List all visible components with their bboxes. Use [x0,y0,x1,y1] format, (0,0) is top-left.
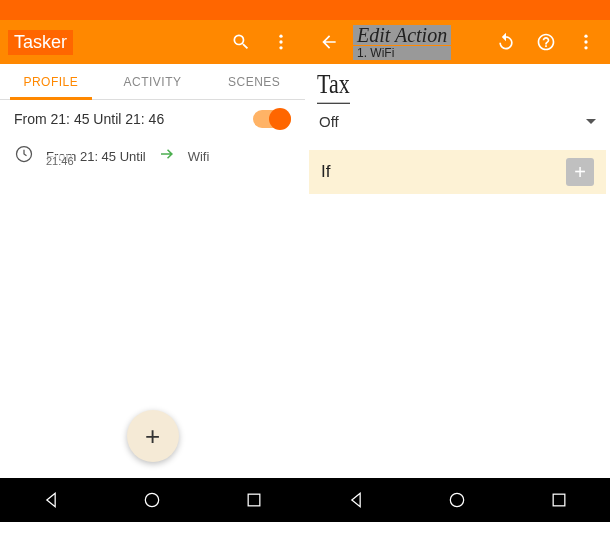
left-pane: Tasker PROFILE ACTIVITY SCENES From 21: … [0,20,305,478]
add-condition-button[interactable]: + [566,158,594,186]
if-condition-row: If + [309,150,606,194]
appbar-left: Tasker [0,20,305,64]
status-misc-icons: ▾ N G [37,5,73,15]
if-label: If [321,162,330,182]
svg-rect-10 [553,494,565,506]
svg-rect-8 [248,494,260,506]
badge2-icon: G [374,6,384,15]
svg-point-7 [146,493,159,506]
profile-detail-row[interactable]: From 21: 45 Until 21:46 Wifi [0,138,305,174]
screen-subtitle: 1. WiFi [353,46,451,60]
status-end-right: ▢ 📳 ◥ ◢ 53% 22:13 [493,4,606,16]
status-left: WIND ▾ N G ▢ 📳 ◥ ◢ 53% ▬ 22:13 [0,0,305,20]
svg-point-9 [451,493,464,506]
carrier-label: WIND [4,4,33,16]
battery-pct: 53% [233,4,255,16]
tab-profile[interactable]: PROFILE [0,64,102,99]
clock-icon [14,144,34,168]
svg-point-1 [279,40,282,43]
nav-home-button[interactable] [132,480,172,520]
svg-point-6 [584,46,587,49]
tab-scenes[interactable]: SCENES [203,64,305,99]
nav-back-button-r[interactable] [336,480,376,520]
signal-icon: ◢ [219,5,229,15]
signal-icon: ◢ [537,5,547,15]
right-pane: Edit Action 1. WiFi Tax Off [305,20,610,478]
undo-icon[interactable] [490,26,522,58]
battery-icon: ▬ [259,5,269,15]
dropdown-icon: ▾ [37,5,47,15]
badge-icon: N [361,6,371,15]
svg-point-5 [584,40,587,43]
nav-back-button[interactable] [31,480,71,520]
help-icon[interactable] [530,26,562,58]
profile-summary-row[interactable]: From 21: 45 Until 21: 46 [0,100,305,138]
badge-icon: N [50,6,60,15]
battery-clock-r: 53% 22:13 [551,4,604,16]
overflow-icon-r[interactable] [570,26,602,58]
nav-home-button-r[interactable] [437,480,477,520]
status-end-left: ▢ 📳 ◥ ◢ 53% ▬ 22:13 [177,4,301,16]
clock: 22:13 [273,4,301,16]
app-title: Tasker [8,30,73,55]
nfc-icon: ▢ [177,5,187,15]
overflow-icon[interactable] [265,26,297,58]
android-navbar [0,478,610,522]
vibrate-icon: 📳 [509,5,519,15]
chevron-down-icon [586,113,596,130]
arrow-right-icon [158,145,176,167]
tabs: PROFILE ACTIVITY SCENES [0,64,305,100]
badge2-icon: G [63,6,73,15]
screen-title: Edit Action [353,25,451,45]
action-name: Wifi [188,149,210,164]
field-label: Tax [317,69,350,104]
nfc-icon: ▢ [495,5,505,15]
appbar-titles: Edit Action 1. WiFi [353,25,451,60]
time-range-text: From 21: 45 Until 21:46 [46,147,146,165]
back-icon[interactable] [313,26,345,58]
dropdown-value[interactable]: Off [317,109,598,142]
nav-recents-button[interactable] [234,480,274,520]
svg-point-2 [279,46,282,49]
status-misc-icons-r: ▾ N G [348,5,384,15]
wifi-icon: ◥ [205,5,215,15]
nav-recents-button-r[interactable] [539,480,579,520]
dropdown-icon: ▾ [348,5,358,15]
profile-toggle[interactable] [253,110,291,128]
svg-point-4 [584,35,587,38]
search-icon[interactable] [225,26,257,58]
tab-activity[interactable]: ACTIVITY [102,64,204,99]
status-right: I WIND ▾ N G ▢ 📳 ◥ ◢ 53% 22:13 [305,0,610,20]
carrier-label-r: I WIND [309,4,344,16]
dropdown-text: Off [319,113,339,130]
fab-add[interactable]: + [127,410,179,462]
appbar-right: Edit Action 1. WiFi [305,20,610,64]
svg-point-0 [279,35,282,38]
profile-summary-text: From 21: 45 Until 21: 46 [14,111,164,127]
vibrate-icon: 📳 [191,5,201,15]
wifi-icon: ◥ [523,5,533,15]
status-bar: WIND ▾ N G ▢ 📳 ◥ ◢ 53% ▬ 22:13 I WIND ▾ … [0,0,610,20]
field-block: Tax Off [305,64,610,150]
